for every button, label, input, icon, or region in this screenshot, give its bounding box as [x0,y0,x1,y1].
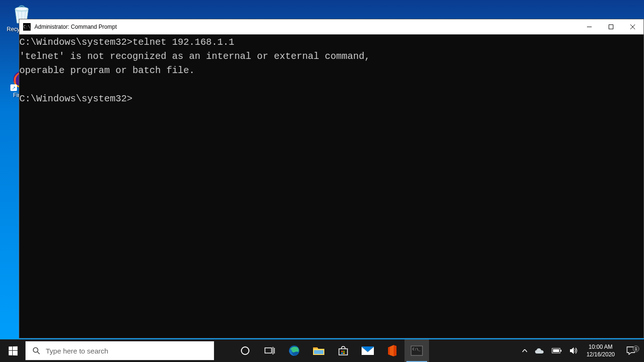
svg-point-6 [33,348,38,353]
svg-rect-9 [265,348,272,353]
clock[interactable]: 10:00 AM 12/16/2020 [582,343,619,358]
battery-icon[interactable] [548,339,566,362]
search-box[interactable]: Type here to search [25,341,214,360]
titlebar[interactable]: C:\ Administrator: Command Prompt [19,19,644,34]
cmd-line: C:\Windows\system32>telnet 192.168.1.1 [19,37,234,48]
window-title: Administrator: Command Prompt [34,24,578,30]
office-button[interactable] [380,339,405,362]
cmd-line: C:\Windows\system32> [19,93,132,104]
clock-date: 12/16/2020 [586,351,615,358]
svg-rect-15 [343,351,345,352]
svg-rect-14 [341,351,343,352]
cortana-button[interactable] [233,339,257,362]
onedrive-icon[interactable] [531,339,548,362]
search-placeholder: Type here to search [46,347,108,355]
mail-button[interactable] [355,339,380,362]
svg-line-7 [38,352,40,354]
edge-button[interactable] [282,339,306,362]
cmd-icon: C:\ [23,23,31,31]
cmd-line: operable program or batch file. [19,65,195,76]
minimize-button[interactable] [578,19,600,34]
volume-icon[interactable] [566,339,582,362]
terminal-output[interactable]: C:\Windows\system32>telnet 192.168.1.1 '… [19,34,644,338]
svg-rect-16 [341,353,343,354]
search-icon [33,347,40,354]
cmd-line: 'telnet' is not recognized as an interna… [19,51,370,62]
svg-point-8 [241,347,249,354]
svg-rect-23 [553,349,559,352]
svg-text:C:\_: C:\_ [413,347,421,351]
clock-time: 10:00 AM [586,343,615,351]
system-tray: 10:00 AM 12/16/2020 1 [519,339,644,362]
window-controls [578,19,644,34]
notification-badge: 1 [633,346,639,352]
cmd-taskbar-button[interactable]: C:\_ [405,339,429,362]
store-button[interactable] [331,339,355,362]
svg-rect-13 [314,350,323,354]
svg-rect-17 [343,353,345,354]
taskbar[interactable]: Type here to search C:\_ [0,339,644,362]
action-center-button[interactable]: 1 [619,346,642,355]
maximize-button[interactable] [600,19,622,34]
close-button[interactable] [622,19,644,34]
svg-point-0 [15,7,28,11]
windows-logo-icon [8,346,17,355]
shortcut-overlay-icon: ↗ [10,84,17,91]
svg-rect-22 [561,350,561,352]
file-explorer-button[interactable] [306,339,331,362]
command-prompt-window[interactable]: C:\ Administrator: Command Prompt C:\Win… [19,19,644,338]
taskbar-apps: C:\_ [233,339,429,362]
svg-rect-3 [609,25,613,29]
tray-overflow-button[interactable] [519,339,531,362]
task-view-button[interactable] [257,339,282,362]
start-button[interactable] [0,339,25,362]
